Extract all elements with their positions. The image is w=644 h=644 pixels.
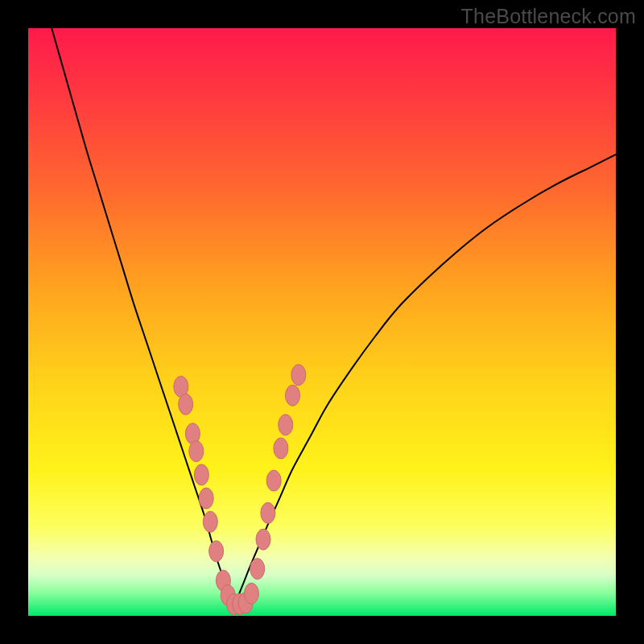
marker-point xyxy=(250,559,265,580)
marker-point xyxy=(179,394,193,415)
marker-point xyxy=(286,385,300,406)
marker-point xyxy=(291,365,306,386)
marker-point xyxy=(266,470,281,491)
marker-point xyxy=(199,488,213,509)
watermark-label: TheBottleneck.com xyxy=(461,5,636,28)
chart-frame: TheBottleneck.com xyxy=(0,0,644,644)
marker-point xyxy=(256,529,270,550)
curve-svg xyxy=(28,28,616,616)
marker-point xyxy=(203,511,217,532)
plot-area xyxy=(28,28,616,616)
marker-point xyxy=(244,583,258,604)
marker-point xyxy=(261,502,275,523)
marker-point xyxy=(194,464,208,485)
marker-point xyxy=(274,438,288,459)
marker-point xyxy=(279,415,293,436)
marker-point xyxy=(189,441,204,462)
marker-point xyxy=(209,541,224,562)
